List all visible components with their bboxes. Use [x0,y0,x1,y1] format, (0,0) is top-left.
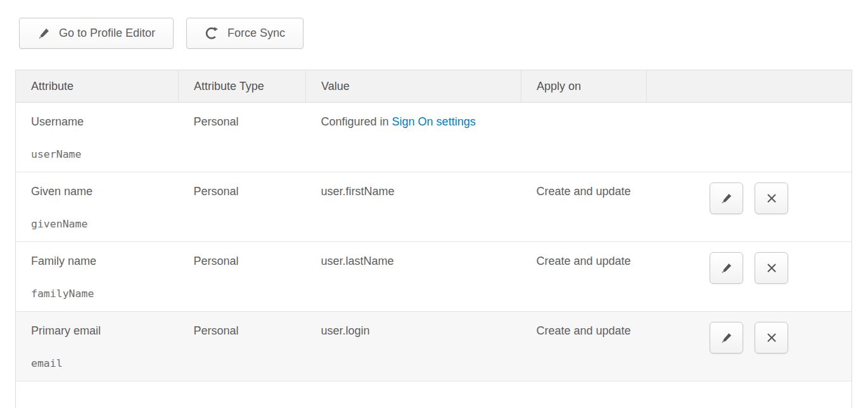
value-prefix: Configured in [321,115,392,128]
attribute-type-cell: Personal [179,172,306,242]
refresh-icon [205,26,219,41]
attribute-variable: givenName [31,217,163,231]
column-header-apply-on: Apply on [521,70,647,103]
value-cell: user.login [306,312,521,381]
table-row-family-name: Family name familyName Personal user.las… [16,242,852,312]
attribute-mappings-table: Attribute Attribute Type Value Apply on … [15,70,852,408]
table-row-primary-email: Primary email email Personal user.login … [16,312,852,381]
attribute-label: Given name [31,184,163,199]
x-icon [765,331,778,344]
value-cell: user.lastName [306,242,521,312]
column-header-attribute-type: Attribute Type [179,70,306,103]
x-icon [765,262,778,274]
pencil-icon [720,331,733,344]
apply-on-cell: Create and update [521,242,647,312]
apply-on-cell: Create and update [521,172,647,242]
attribute-variable: email [31,356,163,371]
actions-cell [647,312,852,381]
pencil-icon [720,262,733,274]
attribute-mappings-page: Go to Profile Editor Force Sync Attribut… [0,0,868,408]
attribute-cell: Username userName [16,103,179,172]
attribute-type-cell: Personal [179,242,306,312]
column-header-attribute: Attribute [16,70,179,103]
pencil-icon [720,192,733,205]
go-to-profile-editor-label: Go to Profile Editor [59,27,155,40]
table-row-partial [16,381,852,408]
value-cell: user.firstName [306,172,521,242]
column-header-actions [647,70,852,103]
remove-attribute-button[interactable] [755,322,788,354]
table-header-row: Attribute Attribute Type Value Apply on [16,70,852,103]
edit-attribute-button[interactable] [710,182,743,214]
attribute-cell: Family name familyName [16,242,179,312]
attribute-label: Family name [31,254,163,269]
value-cell: Configured in Sign On settings [306,103,521,172]
table-row-username: Username userName Personal Configured in… [16,103,852,172]
attribute-label: Username [31,115,163,129]
attribute-cell: Primary email email [16,312,179,381]
apply-on-cell [521,103,647,172]
attribute-cell: Given name givenName [16,172,179,242]
go-to-profile-editor-button[interactable]: Go to Profile Editor [19,18,174,49]
attribute-label: Primary email [31,324,163,338]
pencil-icon [37,27,51,40]
actions-cell [647,103,852,172]
remove-attribute-button[interactable] [755,182,788,214]
force-sync-button[interactable]: Force Sync [186,18,303,49]
sign-on-settings-link[interactable]: Sign On settings [392,115,476,128]
partial-row-cell [16,381,852,408]
force-sync-label: Force Sync [227,27,285,40]
table-row-given-name: Given name givenName Personal user.first… [16,172,852,242]
attribute-type-cell: Personal [179,103,306,172]
attribute-variable: userName [31,147,163,162]
attribute-variable: familyName [31,286,163,301]
actions-cell [647,172,852,242]
x-icon [765,192,778,205]
edit-attribute-button[interactable] [710,322,743,354]
apply-on-cell: Create and update [521,312,647,381]
toolbar: Go to Profile Editor Force Sync [19,18,868,49]
attribute-type-cell: Personal [179,312,306,381]
column-header-value: Value [306,70,521,103]
actions-cell [647,242,852,312]
edit-attribute-button[interactable] [710,252,743,284]
remove-attribute-button[interactable] [755,252,788,284]
